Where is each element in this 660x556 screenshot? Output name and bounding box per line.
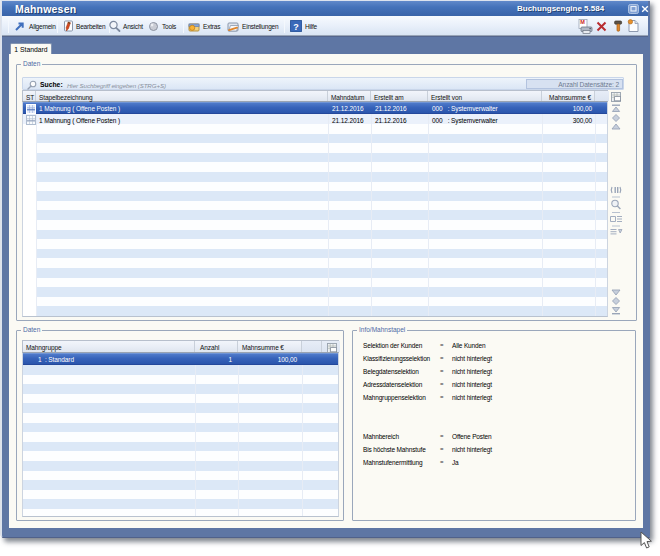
svg-text:?: ? xyxy=(293,22,299,32)
svg-text:M: M xyxy=(580,19,585,25)
